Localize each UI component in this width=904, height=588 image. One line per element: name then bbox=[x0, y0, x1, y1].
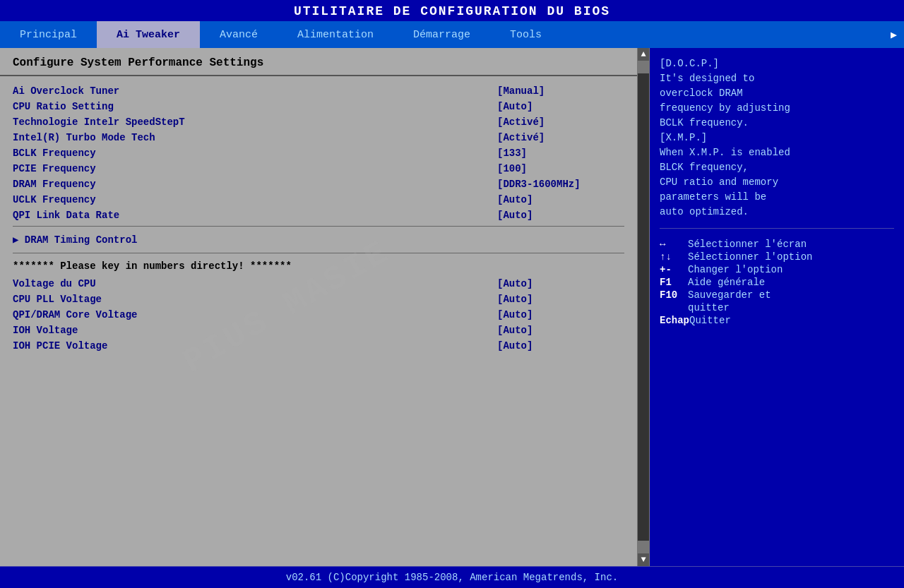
voltage-value: [Auto] bbox=[497, 309, 624, 320]
shortcut-key: F1 bbox=[660, 277, 688, 288]
scroll-down[interactable]: ▼ bbox=[638, 553, 649, 566]
setting-row[interactable]: CPU Ratio Setting[Auto] bbox=[0, 99, 637, 114]
shortcut-desc: Quitter bbox=[689, 315, 731, 326]
setting-name: QPI Link Data Rate bbox=[13, 210, 497, 221]
setting-value: [Auto] bbox=[497, 101, 624, 112]
help-line: It's designed to bbox=[660, 71, 894, 86]
help-line: CPU ratio and memory bbox=[660, 175, 894, 190]
setting-row[interactable]: PCIE Frequency[100] bbox=[0, 161, 637, 176]
right-panel: [D.O.C.P.]It's designed tooverclock DRAM… bbox=[650, 48, 904, 566]
setting-row[interactable]: Ai Overclock Tuner[Manual] bbox=[0, 83, 637, 99]
shortcut-row: Echap Quitter bbox=[660, 315, 894, 326]
shortcut-key bbox=[660, 302, 688, 313]
nav-bar: PrincipalAi TweakerAvancéAlimentationDém… bbox=[0, 21, 904, 48]
setting-name: Technologie Intelr SpeedStepT bbox=[13, 116, 497, 128]
shortcut-key: Echap bbox=[660, 315, 689, 326]
voltage-name: QPI/DRAM Core Voltage bbox=[13, 309, 497, 320]
setting-name: BCLK Frequency bbox=[13, 148, 497, 159]
left-panel: PIUS MASIE Configure System Performance … bbox=[0, 48, 637, 566]
setting-name: DRAM Frequency bbox=[13, 179, 497, 190]
setting-row[interactable]: Technologie Intelr SpeedStepT[Activé] bbox=[0, 114, 637, 130]
voltage-row[interactable]: IOH Voltage[Auto] bbox=[0, 323, 637, 338]
nav-arrow: ▶ bbox=[884, 21, 904, 48]
voltage-row[interactable]: CPU PLL Voltage[Auto] bbox=[0, 292, 637, 307]
shortcut-key: ↑↓ bbox=[660, 251, 688, 263]
shortcut-row: quitter bbox=[660, 302, 894, 313]
shortcut-desc: Sauvegarder et bbox=[688, 289, 771, 301]
settings-list: Ai Overclock Tuner[Manual]CPU Ratio Sett… bbox=[0, 80, 637, 566]
voltage-name: IOH Voltage bbox=[13, 325, 497, 336]
setting-value: [Auto] bbox=[497, 194, 624, 205]
nav-item-avancé[interactable]: Avancé bbox=[200, 21, 278, 48]
setting-value: [Auto] bbox=[497, 210, 624, 221]
help-line: When X.M.P. is enabled bbox=[660, 145, 894, 160]
voltage-name: CPU PLL Voltage bbox=[13, 294, 497, 305]
help-line: parameters will be bbox=[660, 190, 894, 205]
help-line: auto optimized. bbox=[660, 205, 894, 220]
setting-value: [133] bbox=[497, 148, 624, 159]
setting-row[interactable]: BCLK Frequency[133] bbox=[0, 145, 637, 161]
shortcut-desc: Sélectionner l'option bbox=[688, 251, 812, 263]
voltage-name: Voltage du CPU bbox=[13, 278, 497, 289]
shortcut-key: F10 bbox=[660, 289, 688, 301]
scroll-up[interactable]: ▲ bbox=[638, 48, 649, 61]
section-title: Configure System Performance Settings bbox=[0, 48, 637, 76]
nav-item-ai-tweaker[interactable]: Ai Tweaker bbox=[97, 21, 200, 48]
setting-value: [DDR3-1600MHz] bbox=[497, 179, 624, 190]
shortcut-desc: Aide générale bbox=[688, 277, 765, 288]
shortcut-desc: quitter bbox=[688, 302, 730, 313]
setting-name: PCIE Frequency bbox=[13, 163, 497, 174]
setting-value: [Activé] bbox=[497, 116, 624, 128]
help-line: BCLK frequency. bbox=[660, 116, 894, 131]
setting-name: CPU Ratio Setting bbox=[13, 101, 497, 112]
submenu-label: ▶ DRAM Timing Control bbox=[13, 234, 137, 246]
divider bbox=[13, 226, 624, 227]
help-divider bbox=[660, 228, 894, 229]
help-line: frequency by adjusting bbox=[660, 101, 894, 116]
footer: v02.61 (C)Copyright 1985-2008, American … bbox=[0, 566, 904, 588]
setting-name: Ai Overclock Tuner bbox=[13, 85, 497, 97]
scrollbar[interactable]: ▲ ▼ bbox=[637, 48, 650, 566]
help-line: [D.O.C.P.] bbox=[660, 56, 894, 71]
voltage-row[interactable]: QPI/DRAM Core Voltage[Auto] bbox=[0, 307, 637, 323]
submenu-row[interactable]: ▶ DRAM Timing Control bbox=[0, 229, 637, 250]
notice-text: ******* Please key in numbers directly! … bbox=[13, 260, 292, 272]
shortcut-row: F10 Sauvegarder et bbox=[660, 289, 894, 301]
voltage-value: [Auto] bbox=[497, 294, 624, 305]
setting-name: Intel(R) Turbo Mode Tech bbox=[13, 132, 497, 143]
divider2 bbox=[13, 253, 624, 253]
notice-row: ******* Please key in numbers directly! … bbox=[0, 256, 637, 276]
setting-value: [Manual] bbox=[497, 85, 624, 97]
shortcut-row: F1 Aide générale bbox=[660, 277, 894, 288]
setting-row[interactable]: Intel(R) Turbo Mode Tech[Activé] bbox=[0, 130, 637, 145]
nav-item-alimentation[interactable]: Alimentation bbox=[278, 21, 393, 48]
shortcut-key: ↔ bbox=[660, 239, 688, 250]
bios-title: UTILITAIRE DE CONFIGURATION DU BIOS bbox=[0, 0, 904, 21]
shortcut-key: +- bbox=[660, 264, 688, 275]
setting-name: UCLK Frequency bbox=[13, 194, 497, 205]
shortcut-row: ↑↓ Sélectionner l'option bbox=[660, 251, 894, 263]
setting-value: [100] bbox=[497, 163, 624, 174]
voltage-value: [Auto] bbox=[497, 278, 624, 289]
help-line: overclock DRAM bbox=[660, 86, 894, 101]
main-area: PIUS MASIE Configure System Performance … bbox=[0, 48, 904, 566]
help-line: [X.M.P.] bbox=[660, 131, 894, 145]
setting-row[interactable]: QPI Link Data Rate[Auto] bbox=[0, 208, 637, 223]
shortcut-row: +- Changer l'option bbox=[660, 264, 894, 275]
nav-item-principal[interactable]: Principal bbox=[0, 21, 97, 48]
voltage-row[interactable]: Voltage du CPU[Auto] bbox=[0, 276, 637, 292]
setting-row[interactable]: UCLK Frequency[Auto] bbox=[0, 192, 637, 208]
nav-item-tools[interactable]: Tools bbox=[490, 21, 561, 48]
nav-item-démarrage[interactable]: Démarrage bbox=[393, 21, 490, 48]
setting-value: [Activé] bbox=[497, 132, 624, 143]
voltage-value: [Auto] bbox=[497, 340, 624, 352]
shortcut-row: ↔ Sélectionner l'écran bbox=[660, 239, 894, 250]
voltage-row[interactable]: IOH PCIE Voltage[Auto] bbox=[0, 338, 637, 354]
scroll-thumb[interactable] bbox=[638, 73, 649, 541]
shortcut-desc: Changer l'option bbox=[688, 264, 783, 275]
setting-row[interactable]: DRAM Frequency[DDR3-1600MHz] bbox=[0, 176, 637, 192]
voltage-value: [Auto] bbox=[497, 325, 624, 336]
shortcut-desc: Sélectionner l'écran bbox=[688, 239, 807, 250]
voltage-name: IOH PCIE Voltage bbox=[13, 340, 497, 352]
help-line: BLCK frequency, bbox=[660, 160, 894, 175]
